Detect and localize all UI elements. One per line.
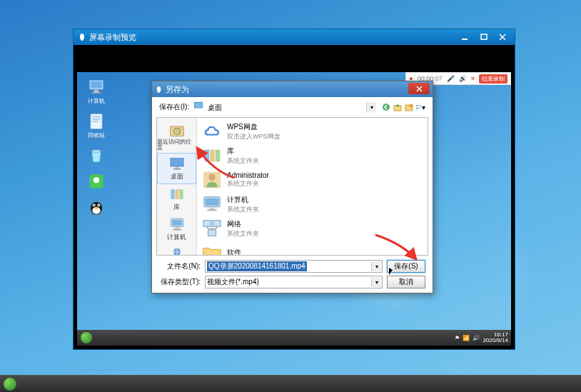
green-app-icon[interactable]	[83, 172, 110, 191]
svg-rect-42	[173, 229, 181, 231]
dialog-close-button[interactable]	[408, 83, 430, 94]
preview-titlebar[interactable]: 屏幕录制预览	[74, 29, 515, 45]
svg-rect-40	[172, 220, 182, 226]
unknown-desktop-icon[interactable]: 回收站	[83, 112, 110, 139]
qq-icon[interactable]	[83, 198, 110, 216]
chevron-down-icon: ▾	[371, 261, 381, 271]
svg-point-50	[208, 174, 215, 181]
filetype-dropdown[interactable]: 视频文件(*.mp4) ▾	[205, 276, 383, 288]
sidebar-network[interactable]: 网络	[157, 244, 196, 256]
new-folder-icon[interactable]	[404, 102, 414, 112]
cursor-icon	[389, 268, 396, 278]
close-rec-icon[interactable]: ×	[471, 75, 475, 82]
svg-rect-33	[171, 159, 183, 166]
app-icon	[78, 33, 86, 41]
filename-label: 文件名(N):	[159, 261, 201, 271]
svg-rect-36	[171, 189, 174, 199]
sidebar-computer[interactable]: 计算机	[157, 214, 196, 244]
save-in-label: 保存在(I):	[159, 102, 189, 112]
computer-icon	[201, 194, 223, 214]
preview-title: 屏幕录制预览	[89, 32, 136, 43]
up-folder-icon[interactable]	[393, 102, 403, 112]
start-button-outer[interactable]	[0, 376, 20, 392]
svg-rect-54	[207, 209, 216, 211]
inner-desktop: ● 00:00:07 🎤 🔊 × 结束录制 计算机 回收站	[77, 72, 511, 346]
svg-point-10	[92, 150, 101, 152]
folder-icon	[201, 243, 223, 255]
svg-rect-0	[462, 39, 468, 40]
close-button[interactable]	[495, 32, 510, 42]
maximize-button[interactable]	[476, 32, 492, 42]
start-button-inner[interactable]	[77, 330, 96, 346]
speaker-icon[interactable]: 🔊	[459, 75, 467, 82]
list-item[interactable]: WPS网盘双击进入WPS网盘	[198, 119, 426, 144]
screen-recording-preview-window: 屏幕录制预览 ● 00:00:07 🎤 🔊 × 结束录制	[73, 29, 515, 350]
windows-orb-icon	[4, 378, 16, 391]
save-button[interactable]: 保存(S)	[387, 260, 425, 273]
svg-point-22	[383, 104, 390, 111]
filename-input[interactable]: QQ录屏20200814161801.mp4 ▾	[205, 260, 383, 273]
svg-rect-4	[94, 90, 99, 92]
back-icon[interactable]	[381, 102, 391, 112]
svg-rect-7	[92, 116, 100, 118]
svg-point-12	[94, 177, 99, 183]
svg-rect-26	[416, 105, 418, 106]
svg-rect-21	[195, 103, 202, 108]
close-icon	[416, 86, 423, 92]
list-item[interactable]: 软件	[198, 241, 426, 255]
svg-rect-8	[92, 119, 100, 120]
chevron-down-icon: ▾	[371, 277, 381, 287]
view-menu-icon[interactable]: ▾	[415, 102, 425, 112]
svg-rect-56	[213, 221, 221, 226]
svg-rect-52	[206, 198, 219, 206]
mic-icon[interactable]: 🎤	[447, 75, 455, 82]
places-sidebar: 最近访问的位置 桌面 库 计算机	[157, 118, 197, 255]
list-item[interactable]: Administrator系统文件夹	[198, 168, 426, 192]
chevron-down-icon: ▾	[366, 102, 376, 112]
filetype-label: 保存类型(T):	[159, 277, 201, 287]
recycle-bin-icon[interactable]	[83, 146, 110, 165]
sidebar-libraries[interactable]: 库	[157, 184, 196, 214]
svg-rect-37	[175, 189, 178, 199]
dialog-title: 另存为	[166, 84, 189, 95]
list-item[interactable]: 计算机系统文件夹	[198, 192, 426, 216]
save-as-dialog: 另存为 保存在(I): 桌面 ▾	[151, 81, 433, 293]
sidebar-desktop[interactable]: 桌面	[157, 153, 196, 184]
tray-flag-icon[interactable]: ⚑	[455, 335, 460, 341]
svg-rect-41	[174, 227, 179, 229]
svg-rect-28	[419, 105, 422, 106]
system-tray[interactable]: ⚑ 📶 🔊 16:17 2020/8/14	[455, 332, 511, 343]
svg-rect-27	[416, 108, 418, 109]
list-item[interactable]: 库系统文件夹	[198, 144, 426, 168]
svg-point-19	[95, 207, 98, 208]
svg-rect-34	[175, 166, 178, 169]
svg-rect-46	[205, 150, 210, 162]
dialog-titlebar[interactable]: 另存为	[152, 81, 433, 97]
windows-orb-icon	[81, 332, 92, 343]
save-in-dropdown[interactable]: 桌面 ▾	[193, 101, 377, 113]
svg-rect-29	[419, 108, 422, 109]
network-icon	[201, 218, 223, 238]
svg-rect-9	[92, 121, 98, 122]
svg-rect-1	[481, 34, 487, 39]
stop-recording-button[interactable]: 结束录制	[479, 74, 507, 84]
list-item[interactable]: 网络系统文件夹	[198, 216, 426, 241]
svg-rect-53	[209, 208, 214, 210]
tray-volume-icon[interactable]: 🔊	[473, 335, 480, 341]
svg-point-18	[98, 205, 99, 206]
sidebar-recent[interactable]: 最近访问的位置	[157, 121, 196, 153]
tray-date: 2020/8/14	[483, 338, 508, 343]
tray-network-icon[interactable]: 📶	[463, 335, 470, 341]
svg-rect-35	[173, 169, 180, 170]
svg-rect-38	[179, 189, 183, 199]
desktop-folder-icon	[193, 101, 203, 110]
svg-rect-57	[208, 230, 216, 236]
libraries-icon	[201, 146, 223, 166]
svg-rect-55	[203, 221, 211, 226]
minimize-button[interactable]	[458, 32, 473, 42]
inner-taskbar[interactable]: ⚑ 📶 🔊 16:17 2020/8/14	[77, 330, 511, 346]
svg-point-25	[410, 104, 413, 108]
svg-rect-47	[210, 150, 215, 162]
file-list[interactable]: WPS网盘双击进入WPS网盘 库系统文件夹 Administrator系统文件夹	[197, 118, 428, 255]
computer-desktop-icon[interactable]: 计算机	[83, 78, 110, 105]
